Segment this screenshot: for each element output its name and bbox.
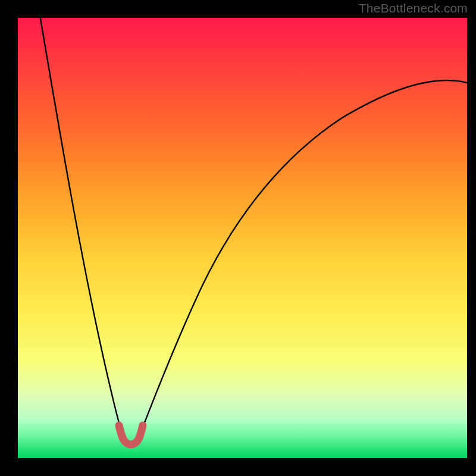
curve-path: [40, 18, 467, 445]
chart-plot-area: [18, 18, 467, 458]
highlight-segment-path: [119, 425, 143, 444]
watermark-text: TheBottleneck.com: [359, 1, 468, 15]
chart-frame: TheBottleneck.com: [0, 0, 476, 476]
bottleneck-curve: [18, 18, 467, 458]
